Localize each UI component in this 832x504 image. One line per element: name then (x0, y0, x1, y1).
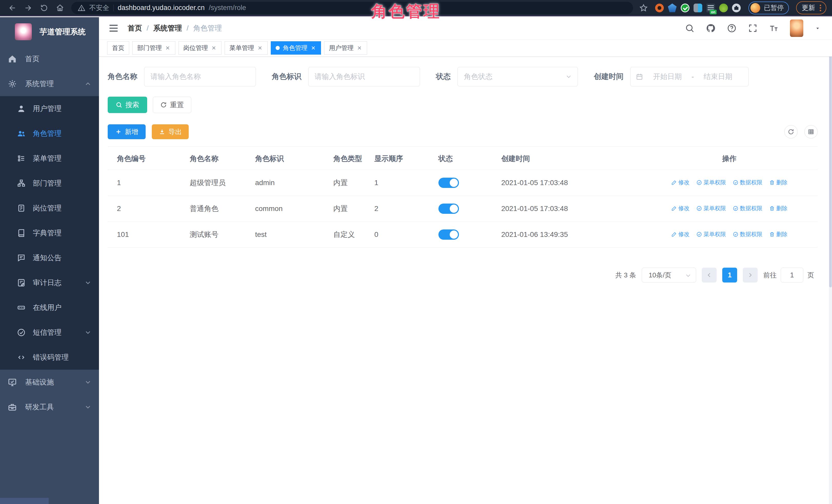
close-icon[interactable] (165, 45, 171, 51)
extension-target-icon[interactable] (655, 4, 664, 12)
sidebar-item-dept-mgmt[interactable]: 部门管理 (0, 171, 99, 195)
export-button[interactable]: 导出 (152, 124, 189, 139)
add-button[interactable]: 新增 (108, 124, 146, 139)
sidebar-item-post-mgmt[interactable]: 岗位管理 (0, 195, 99, 220)
address-bar[interactable]: 不安全 dashboard.yudao.iocoder.cn/system/ro… (71, 2, 633, 14)
bookmark-star-icon[interactable] (639, 4, 648, 12)
data-permission-link[interactable]: 数据权限 (733, 205, 762, 212)
status-select-input[interactable] (458, 67, 578, 86)
edit-link[interactable]: 修改 (671, 179, 690, 186)
extension-shield-icon[interactable] (668, 4, 677, 12)
role-name-input[interactable] (144, 67, 256, 86)
page-number-1[interactable]: 1 (722, 268, 737, 283)
sidebar-item-sms-mgmt[interactable]: 短信管理 (0, 320, 99, 345)
breadcrumb-system[interactable]: 系统管理 (153, 23, 182, 33)
status-select[interactable] (458, 67, 578, 86)
refresh-table-button[interactable] (784, 125, 798, 138)
status-toggle[interactable] (438, 204, 459, 214)
delete-link[interactable]: 删除 (769, 205, 788, 212)
tag-dept-mgmt[interactable]: 部门管理 (132, 41, 175, 55)
page-size-select[interactable]: 10条/页 (642, 268, 696, 283)
tag-role-mgmt[interactable]: 角色管理 (271, 41, 321, 55)
close-icon[interactable] (311, 45, 316, 51)
breadcrumb-home[interactable]: 首页 (128, 23, 142, 33)
next-page-button[interactable] (743, 268, 758, 283)
hamburger-icon[interactable] (108, 23, 119, 33)
status-toggle[interactable] (438, 230, 459, 240)
delete-link[interactable]: 删除 (769, 179, 788, 186)
edit-icon (671, 206, 677, 211)
tag-user-mgmt[interactable]: 用户管理 (324, 41, 367, 55)
filter-buttons: 搜索 重置 (108, 97, 817, 113)
sidebar-logo[interactable]: 芋道管理系统 (0, 17, 99, 46)
help-icon[interactable] (727, 23, 737, 33)
browser-reload-button[interactable] (37, 1, 51, 15)
sidebar-item-role-mgmt[interactable]: 角色管理 (0, 121, 99, 146)
search-icon[interactable] (685, 23, 695, 33)
online-users-icon (17, 303, 26, 312)
fullscreen-icon[interactable] (748, 23, 758, 33)
role-key-input[interactable] (308, 67, 420, 86)
sidebar-item-system[interactable]: 系统管理 (0, 71, 99, 96)
browser-back-button[interactable] (6, 1, 19, 15)
col-actions: 操作 (641, 147, 817, 170)
extension-list-icon[interactable]: on (706, 4, 715, 12)
profile-paused-pill[interactable]: 已暂停 (748, 2, 789, 15)
sidebar-item-devtools[interactable]: 研发工具 (0, 395, 99, 419)
sidebar-item-user-mgmt[interactable]: 用户管理 (0, 96, 99, 121)
tag-home[interactable]: 首页 (107, 41, 129, 55)
sidebar-item-dashboard[interactable]: 首页 (0, 46, 99, 71)
page-scrollbar[interactable] (829, 17, 832, 504)
magnifier-icon (115, 102, 122, 108)
menu-permission-link[interactable]: 菜单权限 (696, 231, 726, 238)
close-icon[interactable] (211, 45, 217, 51)
sidebar-scrollbar[interactable] (0, 498, 49, 504)
sidebar-item-dict-mgmt[interactable]: 字典管理 (0, 220, 99, 245)
menu-permission-link[interactable]: 菜单权限 (696, 179, 726, 186)
prev-page-button[interactable] (702, 268, 717, 283)
tag-menu-mgmt[interactable]: 菜单管理 (225, 41, 268, 55)
extension-grid-icon[interactable] (694, 4, 702, 12)
start-date-input[interactable] (647, 73, 688, 81)
data-permission-link[interactable]: 数据权限 (733, 231, 762, 238)
extension-check-icon[interactable] (681, 4, 690, 12)
browser-menu-kebab-icon[interactable] (820, 7, 821, 9)
sidebar-item-label: 字典管理 (33, 228, 92, 238)
column-settings-button[interactable] (804, 125, 817, 138)
data-permission-link[interactable]: 数据权限 (733, 179, 762, 186)
cell-role-type: 自定义 (333, 222, 374, 248)
caret-down-icon[interactable] (814, 25, 821, 31)
date-range-picker[interactable]: - (630, 67, 749, 86)
goto-page-input[interactable] (781, 268, 803, 283)
scrollbar-thumb[interactable] (829, 18, 832, 287)
sidebar-item-audit-log[interactable]: 审计日志 (0, 270, 99, 295)
reset-button[interactable]: 重置 (153, 97, 191, 113)
browser-update-button[interactable]: 更新 (796, 1, 826, 15)
end-date-input[interactable] (697, 73, 738, 81)
plus-icon (115, 128, 122, 135)
delete-link[interactable]: 删除 (769, 231, 788, 238)
extension-android-icon[interactable] (719, 4, 728, 12)
sidebar-item-notice[interactable]: 通知公告 (0, 245, 99, 270)
tag-post-mgmt[interactable]: 岗位管理 (178, 41, 222, 55)
sidebar-item-error-code[interactable]: 错误码管理 (0, 345, 99, 370)
security-warning-label[interactable]: 不安全 (89, 3, 109, 12)
github-icon[interactable] (706, 23, 716, 33)
sidebar-item-menu-mgmt[interactable]: 菜单管理 (0, 146, 99, 171)
font-size-icon[interactable] (769, 23, 779, 33)
user-avatar[interactable] (790, 20, 803, 37)
sidebar-item-infra[interactable]: 基础设施 (0, 370, 99, 395)
cell-role-type: 内置 (333, 196, 374, 222)
search-button[interactable]: 搜索 (108, 97, 147, 113)
cell-role-id: 1 (108, 170, 190, 196)
close-icon[interactable] (257, 45, 263, 51)
extensions-puzzle-icon[interactable] (732, 4, 741, 12)
sidebar-item-online-users[interactable]: 在线用户 (0, 295, 99, 320)
browser-forward-button[interactable] (22, 1, 35, 15)
edit-link[interactable]: 修改 (671, 231, 690, 238)
menu-permission-link[interactable]: 菜单权限 (696, 205, 726, 212)
browser-home-button[interactable] (53, 1, 67, 15)
close-icon[interactable] (357, 45, 362, 51)
edit-link[interactable]: 修改 (671, 205, 690, 212)
status-toggle[interactable] (438, 178, 459, 188)
